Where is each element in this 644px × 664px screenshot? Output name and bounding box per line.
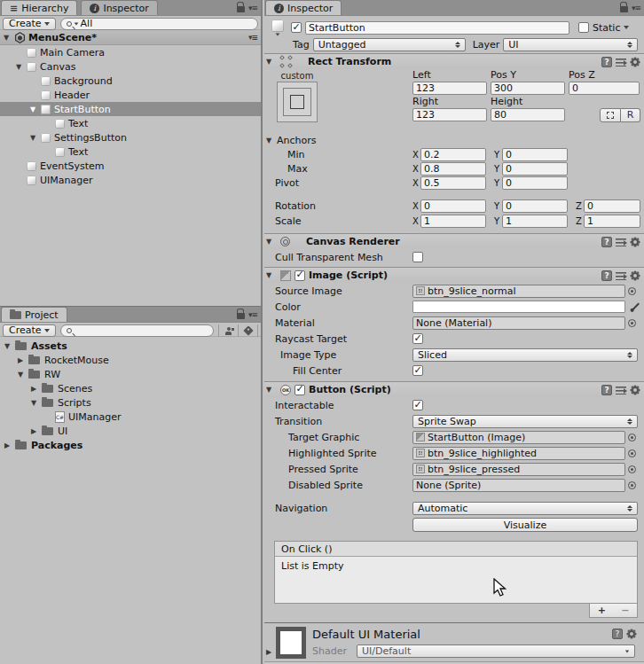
eyedropper-icon[interactable] bbox=[632, 302, 640, 310]
project-item-packages[interactable]: ▶Packages bbox=[0, 438, 261, 452]
canvas-renderer-header[interactable]: ▼ Canvas Renderer bbox=[264, 233, 644, 249]
object-picker-icon[interactable] bbox=[628, 449, 636, 457]
tree-item-background[interactable]: Background bbox=[0, 74, 261, 88]
pivot-y-field[interactable]: 0 bbox=[502, 176, 568, 190]
scale-y-field[interactable]: 1 bbox=[502, 215, 568, 228]
pivot-x-field[interactable]: 0.5 bbox=[420, 176, 486, 190]
source-image-field[interactable]: btn_9slice_normal bbox=[412, 285, 625, 298]
project-item-rocketmouse[interactable]: ▶RocketMouse bbox=[0, 353, 261, 367]
material-thumbnail[interactable] bbox=[276, 627, 306, 659]
help-icon[interactable] bbox=[612, 629, 623, 639]
foldout-icon[interactable]: ▼ bbox=[266, 58, 277, 66]
interactable-checkbox[interactable] bbox=[412, 400, 423, 410]
panel-menu-icon[interactable]: ▾≡ bbox=[248, 4, 257, 12]
foldout-icon[interactable]: ▼ bbox=[266, 271, 277, 279]
foldout-icon[interactable]: ▼ bbox=[266, 238, 277, 246]
tree-item-settingsbutton[interactable]: ▼SettingsButton bbox=[0, 130, 261, 145]
object-picker-icon[interactable] bbox=[628, 319, 636, 327]
image-header[interactable]: ▼ Image (Script) bbox=[264, 267, 644, 283]
project-item-rw[interactable]: ▼RW bbox=[0, 367, 261, 381]
scale-x-field[interactable]: 1 bbox=[420, 215, 486, 228]
presets-icon[interactable] bbox=[616, 238, 626, 246]
foldout-icon[interactable]: ▶ bbox=[31, 427, 42, 435]
object-picker-icon[interactable] bbox=[628, 287, 636, 295]
raw-edit-mode-button[interactable]: R bbox=[621, 108, 640, 122]
gear-icon[interactable] bbox=[632, 387, 639, 394]
anchor-preset-button[interactable] bbox=[277, 82, 318, 122]
min-y-field[interactable]: 0 bbox=[502, 148, 568, 161]
tree-item-startbutton-selected[interactable]: ▼StartButton bbox=[0, 102, 261, 116]
name-field[interactable]: StartButton bbox=[305, 21, 569, 35]
foldout-icon[interactable]: ▼ bbox=[31, 399, 42, 407]
presets-icon[interactable] bbox=[616, 386, 626, 394]
hierarchy-search-input[interactable]: All bbox=[60, 18, 258, 30]
anchors-foldout-row[interactable]: ▼ Anchors bbox=[264, 133, 644, 147]
highlighted-sprite-field[interactable]: btn_9slice_highlighted bbox=[412, 447, 625, 460]
tree-item-header[interactable]: Header bbox=[0, 88, 261, 102]
left-field[interactable]: 123 bbox=[412, 82, 487, 95]
panel-menu-icon[interactable]: ▾≡ bbox=[632, 4, 640, 12]
shader-dropdown[interactable]: UI/Default bbox=[357, 644, 635, 658]
object-picker-icon[interactable] bbox=[628, 465, 636, 473]
color-swatch[interactable] bbox=[412, 301, 625, 313]
rotation-x-field[interactable]: 0 bbox=[420, 199, 486, 213]
tree-item-text[interactable]: Text bbox=[0, 116, 261, 130]
object-picker-icon[interactable] bbox=[628, 481, 636, 489]
fill-center-checkbox[interactable] bbox=[412, 365, 423, 376]
scale-z-field[interactable]: 1 bbox=[584, 215, 640, 228]
height-field[interactable]: 80 bbox=[491, 108, 565, 121]
project-item-scripts[interactable]: ▼Scripts bbox=[0, 395, 261, 410]
tag-dropdown[interactable]: Untagged bbox=[313, 38, 466, 51]
gameobject-icon[interactable] bbox=[271, 20, 284, 32]
panel-menu-icon[interactable]: ▾≡ bbox=[248, 310, 257, 319]
presets-icon[interactable] bbox=[616, 58, 626, 66]
project-item-scenes[interactable]: ▶Scenes bbox=[0, 381, 261, 395]
foldout-icon[interactable]: ▼ bbox=[18, 371, 28, 379]
foldout-icon[interactable]: ▶ bbox=[4, 441, 15, 449]
label-filter-button[interactable] bbox=[239, 324, 258, 337]
navigation-dropdown[interactable]: Automatic bbox=[412, 502, 638, 515]
gear-icon[interactable] bbox=[632, 272, 639, 279]
project-item-assets[interactable]: ▼Assets bbox=[0, 339, 261, 353]
min-x-field[interactable]: 0.2 bbox=[420, 148, 486, 161]
tab-project[interactable]: Project bbox=[1, 307, 67, 322]
rotation-z-field[interactable]: 0 bbox=[584, 199, 640, 213]
tab-hierarchy[interactable]: ≡ Hierarchy bbox=[1, 0, 77, 15]
scene-header[interactable]: ▼ MenuScene* ▾≡ bbox=[0, 30, 261, 45]
tree-item-eventsystem[interactable]: EventSystem bbox=[0, 159, 261, 173]
target-graphic-field[interactable]: StartButton (Image) bbox=[412, 431, 625, 444]
presets-icon[interactable] bbox=[616, 271, 626, 280]
static-checkbox[interactable] bbox=[578, 22, 589, 33]
posy-field[interactable]: 300 bbox=[491, 82, 565, 95]
foldout-icon[interactable]: ▼ bbox=[16, 63, 27, 71]
lock-icon[interactable] bbox=[237, 313, 245, 319]
gear-icon[interactable] bbox=[632, 59, 639, 66]
posz-field[interactable]: 0 bbox=[569, 82, 640, 95]
tree-item-canvas[interactable]: ▼Canvas bbox=[0, 59, 261, 74]
project-item-uimanager-script[interactable]: UIManager bbox=[0, 410, 261, 424]
image-type-dropdown[interactable]: Sliced bbox=[412, 348, 638, 362]
object-picker-icon[interactable] bbox=[628, 434, 636, 441]
raycast-checkbox[interactable] bbox=[412, 333, 423, 344]
transition-dropdown[interactable]: Sprite Swap bbox=[412, 415, 638, 428]
gear-icon[interactable] bbox=[628, 630, 635, 637]
visualize-button[interactable]: Visualize bbox=[412, 518, 638, 532]
foldout-icon[interactable]: ▶ bbox=[18, 356, 28, 364]
gear-icon[interactable] bbox=[632, 238, 639, 246]
help-icon[interactable] bbox=[601, 385, 612, 395]
hierarchy-create-button[interactable]: Create bbox=[3, 18, 56, 30]
right-field[interactable]: 123 bbox=[412, 108, 487, 121]
active-checkbox[interactable] bbox=[291, 22, 302, 33]
cull-checkbox[interactable] bbox=[412, 252, 423, 262]
disabled-sprite-field[interactable]: None (Sprite) bbox=[412, 479, 625, 492]
foldout-icon[interactable]: ▼ bbox=[4, 34, 14, 42]
project-search-input[interactable] bbox=[60, 324, 214, 337]
max-y-field[interactable]: 0 bbox=[502, 162, 568, 176]
pressed-sprite-field[interactable]: btn_9slice_pressed bbox=[412, 463, 625, 476]
scene-menu-icon[interactable]: ▾≡ bbox=[248, 33, 257, 42]
rotation-y-field[interactable]: 0 bbox=[502, 199, 568, 213]
foldout-icon[interactable]: ▼ bbox=[30, 105, 41, 113]
tree-item-text-2[interactable]: Text bbox=[0, 145, 261, 159]
add-button[interactable]: + bbox=[590, 604, 614, 617]
lock-icon[interactable] bbox=[620, 6, 628, 12]
